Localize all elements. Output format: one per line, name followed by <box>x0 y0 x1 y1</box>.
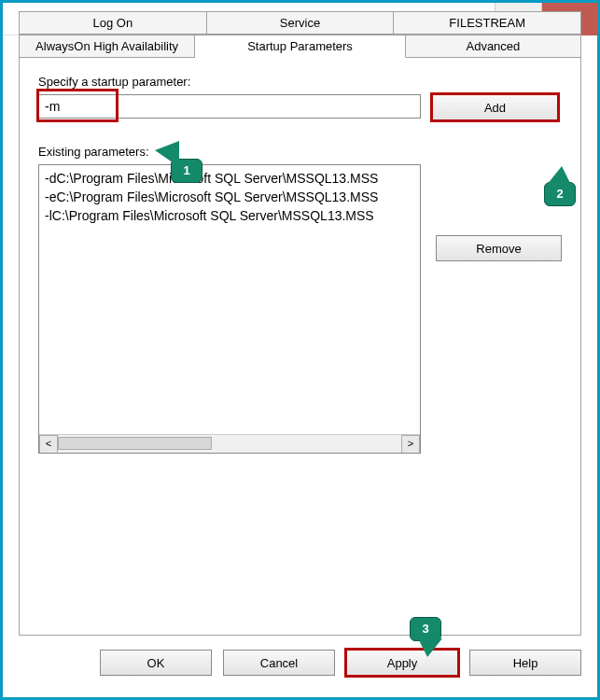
list-item[interactable]: -eC:\Program Files\Microsoft SQL Server\… <box>45 188 414 206</box>
tab-advanced[interactable]: Advanced <box>406 35 581 58</box>
scroll-left-arrow[interactable]: < <box>39 435 58 454</box>
horizontal-scrollbar[interactable]: < > <box>39 434 420 453</box>
remove-button[interactable]: Remove <box>436 235 562 261</box>
scroll-right-arrow[interactable]: > <box>401 435 420 454</box>
tab-log-on[interactable]: Log On <box>19 11 207 35</box>
existing-parameters-listbox[interactable]: -dC:\Program Files\Microsoft SQL Server\… <box>38 164 421 454</box>
tab-alwayson[interactable]: AlwaysOn High Availability <box>19 35 195 58</box>
scroll-thumb[interactable] <box>58 437 212 450</box>
list-item[interactable]: -lC:\Program Files\Microsoft SQL Server\… <box>45 206 414 225</box>
help-button[interactable]: Help <box>469 650 581 676</box>
cancel-button[interactable]: Cancel <box>223 650 335 676</box>
specify-parameter-label: Specify a startup parameter: <box>38 75 562 89</box>
tab-service[interactable]: Service <box>207 11 395 35</box>
tab-content-panel: Log On Service FILESTREAM AlwaysOn High … <box>19 57 581 636</box>
tab-filestream[interactable]: FILESTREAM <box>394 11 581 35</box>
add-button[interactable]: Add <box>432 94 558 120</box>
apply-button[interactable]: Apply <box>346 650 458 676</box>
existing-parameters-label: Existing parameters: <box>38 145 562 159</box>
parameter-input[interactable] <box>38 94 421 119</box>
list-item[interactable]: -dC:\Program Files\Microsoft SQL Server\… <box>45 169 414 188</box>
tab-startup-parameters[interactable]: Startup Parameters <box>195 35 406 58</box>
ok-button[interactable]: OK <box>100 650 212 676</box>
